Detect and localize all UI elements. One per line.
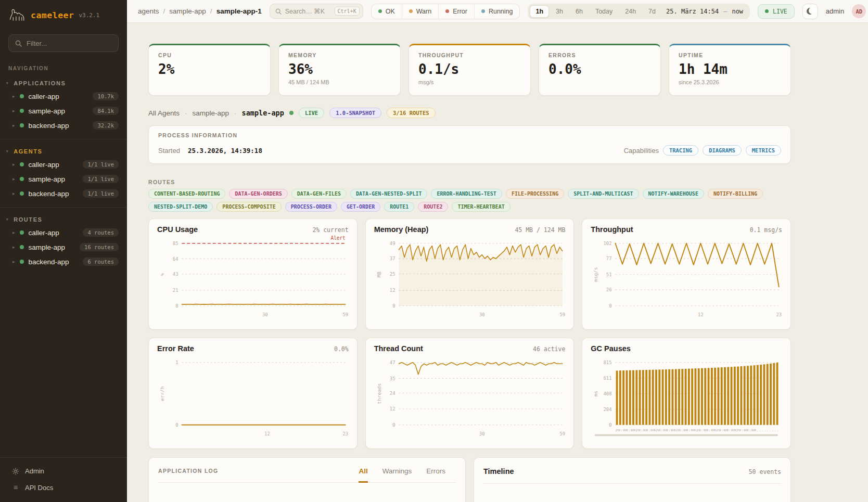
route-tag-nested-split-demo[interactable]: NESTED-SPLIT-DEMO (148, 202, 213, 212)
route-tag-route2[interactable]: ROUTE2 (418, 202, 448, 212)
chart-head: Throughput0.1 msg/s (591, 225, 782, 234)
user-name: admin (826, 7, 844, 15)
route-tag-content-based-routing[interactable]: CONTENT-BASED-ROUTING (148, 189, 225, 199)
agent-badge-3-16-routes: 3/16 ROUTES (387, 108, 436, 118)
sidebar-section-agents[interactable]: ▾AGENTS (0, 145, 127, 157)
chevron-right-icon: ▸ (12, 108, 15, 113)
avatar[interactable]: AD (852, 4, 866, 18)
sidebar-item-routes-backend-app[interactable]: ▸backend-app6 routes (0, 254, 127, 269)
item-badge: 1/1 live (83, 189, 119, 198)
svg-text:0: 0 (175, 422, 178, 428)
status-filter-error[interactable]: Error (438, 4, 474, 19)
capability-pill-metrics[interactable]: METRICS (746, 145, 781, 156)
section-label: ROUTES (14, 216, 42, 223)
sidebar-item-agents-caller-app[interactable]: ▸caller-app1/1 live (0, 157, 127, 172)
route-tag-data-gen-nested-split[interactable]: DATA-GEN-NESTED-SPLIT (350, 189, 427, 199)
log-tab-warnings[interactable]: Warnings (382, 467, 412, 483)
route-tag-route1[interactable]: ROUTE1 (384, 202, 414, 212)
content-scroll-area[interactable]: CPU2%MEMORY36%45 MB / 124 MBTHROUGHPUT0.… (127, 23, 868, 502)
item-badge: 1/1 live (83, 160, 119, 169)
routes-block: ROUTES CONTENT-BASED-ROUTINGDATA-GEN-ORD… (148, 179, 791, 212)
status-dot-icon (20, 162, 24, 166)
search-icon (275, 8, 282, 15)
admin-label: Admin (25, 467, 44, 475)
svg-text:24: 24 (389, 390, 395, 395)
agent-badge-1-0-snapshot: 1.0-SNAPSHOT (329, 108, 381, 118)
time-range-3h[interactable]: 3h (550, 5, 569, 18)
svg-text:85: 85 (173, 240, 178, 246)
chart-canvas-error-rate: 10err/h1223 (157, 355, 349, 438)
route-tag-process-order[interactable]: PROCESS-ORDER (285, 202, 337, 212)
live-status-badge[interactable]: LIVE (758, 4, 795, 19)
chart-card-error-rate: Error Rate0.0%10err/h1223 (148, 338, 358, 449)
status-filter-warn[interactable]: Warn (402, 4, 438, 19)
route-tag-notify-warehouse[interactable]: NOTIFY-WAREHOUSE (643, 189, 704, 199)
route-tag-data-gen-files[interactable]: DATA-GEN-FILES (291, 189, 347, 199)
sidebar-item-applications-sample-app[interactable]: ▸sample-app84.1k (0, 104, 127, 118)
stat-card-cpu: CPU2% (148, 44, 271, 96)
sidebar-filter-input[interactable]: Filter... (8, 34, 119, 52)
status-filter-ok[interactable]: OK (372, 4, 402, 19)
stat-subtext: 45 MB / 124 MB (288, 79, 391, 85)
agent-crumb[interactable]: sample-app (193, 109, 229, 117)
time-range-today[interactable]: Today (590, 5, 618, 18)
status-filter-running[interactable]: Running (474, 4, 520, 19)
route-tag-timer-heartbeat[interactable]: TIMER-HEARTBEAT (452, 202, 510, 212)
sidebar-item-applications-caller-app[interactable]: ▸caller-app10.7k (0, 89, 127, 104)
sidebar-item-agents-backend-app[interactable]: ▸backend-app1/1 live (0, 186, 127, 201)
capabilities-group: Capabilities TRACINGDIAGRAMSMETRICS (624, 145, 781, 156)
sidebar-section-applications[interactable]: ▾APPLICATIONS (0, 76, 127, 89)
capability-pill-tracing[interactable]: TRACING (663, 145, 698, 156)
route-tag-notify-billing[interactable]: NOTIFY-BILLING (708, 189, 763, 199)
sidebar-item-admin[interactable]: Admin (0, 463, 127, 479)
route-tag-get-order[interactable]: GET-ORDER (341, 202, 380, 212)
item-label: sample-app (29, 107, 66, 115)
dark-mode-toggle[interactable] (802, 4, 818, 19)
started-label: Started (158, 147, 180, 155)
caret-down-icon: ▾ (6, 81, 9, 85)
route-tag-process-composite[interactable]: PROCESS-COMPOSITE (216, 202, 281, 212)
route-tag-split-and-multicast[interactable]: SPLIT-AND-MULTICAST (568, 189, 639, 199)
caret-down-icon: ▾ (6, 217, 9, 222)
status-dot-icon (20, 230, 24, 235)
route-tag-file-processing[interactable]: FILE-PROCESSING (506, 189, 564, 199)
time-range-6h[interactable]: 6h (570, 5, 589, 18)
route-tag-data-gen-orders[interactable]: DATA-GEN-ORDERS (229, 189, 287, 199)
stats-row: CPU2%MEMORY36%45 MB / 124 MBTHROUGHPUT0.… (148, 44, 791, 96)
time-range-24h[interactable]: 24h (619, 5, 642, 18)
svg-text:51: 51 (606, 272, 612, 277)
agent-crumb[interactable]: All Agents (148, 109, 180, 117)
date-separator: — (723, 8, 727, 15)
sidebar-item-agents-sample-app[interactable]: ▸sample-app1/1 live (0, 172, 127, 186)
breadcrumb-item[interactable]: sample-app (169, 7, 206, 15)
log-tab-errors[interactable]: Errors (426, 467, 445, 483)
route-tag-error-handling-test[interactable]: ERROR-HANDLING-TEST (431, 189, 502, 199)
svg-text:0: 0 (392, 422, 395, 428)
current-agent-name: sample-app (242, 109, 284, 117)
svg-text:49: 49 (389, 240, 395, 246)
time-range-7d[interactable]: 7d (643, 5, 661, 18)
item-badge: 16 routes (80, 243, 119, 251)
live-label: LIVE (773, 8, 787, 15)
svg-text:0: 0 (392, 303, 395, 308)
sidebar-item-api-docs[interactable]: ≡ API Docs (0, 479, 127, 496)
chevron-right-icon: ▸ (12, 230, 15, 235)
item-label: caller-app (29, 93, 59, 100)
time-range-1h[interactable]: 1h (530, 5, 549, 18)
log-tab-all[interactable]: All (359, 467, 367, 483)
item-label: backend-app (29, 122, 69, 130)
sidebar-section-routes[interactable]: ▾ROUTES (0, 213, 127, 225)
breadcrumb-item[interactable]: agents (138, 7, 159, 15)
sidebar-item-routes-caller-app[interactable]: ▸caller-app4 routes (0, 225, 127, 240)
sidebar-item-applications-backend-app[interactable]: ▸backend-app32.2k (0, 118, 127, 133)
app-logo[interactable]: cameleer v3.2.1 (0, 0, 127, 29)
chart-head: Error Rate0.0% (157, 344, 349, 353)
status-filter-group: OKWarnErrorRunning (371, 4, 520, 19)
svg-text:0: 0 (175, 303, 178, 308)
time-range-date[interactable]: 25. März 14:54—now (662, 8, 748, 15)
capability-pill-diagrams[interactable]: DIAGRAMS (703, 145, 742, 156)
chevron-right-icon: ▸ (12, 123, 15, 128)
sidebar-item-routes-sample-app[interactable]: ▸sample-app16 routes (0, 240, 127, 254)
svg-text:%: % (159, 273, 165, 276)
search-input[interactable]: Search… ⌘K Ctrl+K (270, 4, 363, 19)
